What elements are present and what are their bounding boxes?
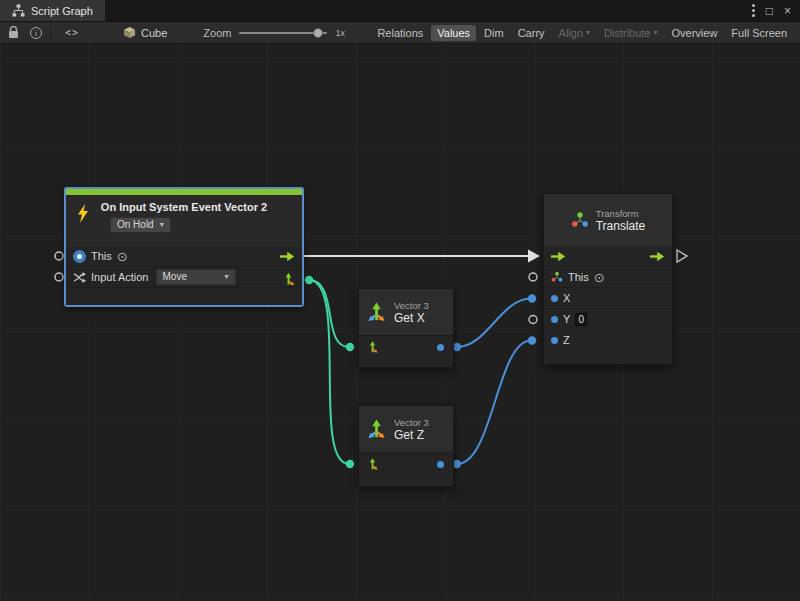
dim-button[interactable]: Dim xyxy=(478,25,510,41)
maximize-icon[interactable]: □ xyxy=(766,5,773,17)
input-action-value: Move xyxy=(163,271,187,283)
info-icon[interactable]: i xyxy=(30,27,42,39)
cube-icon xyxy=(123,26,136,39)
node-on-input-system-event[interactable]: On Input System Event Vector 2 On Hold ▾… xyxy=(65,188,303,306)
get-x-port-row xyxy=(359,335,453,359)
vector2-output-icon[interactable] xyxy=(281,272,296,287)
window-controls: □ × xyxy=(752,0,800,21)
transform-icon xyxy=(571,211,589,229)
node-type-label: Transform xyxy=(596,208,646,219)
code-preview-icon[interactable]: <> xyxy=(65,27,79,38)
align-label: Align xyxy=(559,27,583,39)
tab-bar: Script Graph □ × xyxy=(0,0,800,22)
tab-script-graph[interactable]: Script Graph xyxy=(0,0,105,21)
vector3-icon xyxy=(366,302,387,323)
graph-toolbar: i <> Cube Zoom 1x Relations Values Dim xyxy=(0,22,800,44)
zoom-slider-handle[interactable] xyxy=(313,28,323,38)
float-output-dot[interactable] xyxy=(437,461,444,468)
chevron-down-icon: ▾ xyxy=(654,28,658,37)
translate-x-row: X xyxy=(544,288,672,309)
node-title: Translate xyxy=(596,219,646,233)
input-action-row: Input Action Move ▾ xyxy=(66,267,302,288)
flow-output-arrow-icon[interactable] xyxy=(650,251,665,262)
distribute-button[interactable]: Distribute ▾ xyxy=(598,25,663,41)
tab-title: Script Graph xyxy=(31,5,93,17)
lock-icon[interactable] xyxy=(8,26,19,39)
zoom-slider[interactable] xyxy=(239,32,327,34)
node-title: On Input System Event Vector 2 xyxy=(66,195,302,213)
overview-button[interactable]: Overview xyxy=(666,25,724,41)
node-type-label: Vector 3 xyxy=(394,300,429,311)
port-translate-this-input[interactable] xyxy=(529,273,537,281)
input-action-label: Input Action xyxy=(91,271,149,283)
this-label: This xyxy=(568,271,589,283)
port-get-x-input[interactable] xyxy=(346,343,354,351)
this-port-row: This ⊙ xyxy=(66,246,302,267)
carry-button[interactable]: Carry xyxy=(512,25,551,41)
toolbar-buttons: Relations Values Dim Carry Align ▾ Distr… xyxy=(371,25,795,41)
get-z-footer xyxy=(359,476,453,486)
flow-row xyxy=(544,246,672,267)
port-event-this-input[interactable] xyxy=(55,252,63,260)
y-label: Y xyxy=(563,313,570,325)
relations-button[interactable]: Relations xyxy=(371,25,429,41)
input-action-dropdown[interactable]: Move ▾ xyxy=(156,269,236,285)
get-z-header: Vector 3 Get Z xyxy=(359,406,453,452)
float-wire-x[interactable] xyxy=(457,299,531,348)
port-translate-z-input[interactable] xyxy=(528,336,536,344)
chevron-down-icon: ▾ xyxy=(224,271,228,283)
node-get-x[interactable]: Vector 3 Get X xyxy=(358,288,454,368)
node-title: Get X xyxy=(394,311,429,325)
transform-mini-icon xyxy=(551,271,563,283)
graph-canvas[interactable]: On Input System Event Vector 2 On Hold ▾… xyxy=(0,44,800,601)
port-translate-y-input[interactable] xyxy=(529,316,537,324)
values-button[interactable]: Values xyxy=(431,25,476,41)
translate-y-row: Y 0 xyxy=(544,309,672,330)
node-title: Get Z xyxy=(394,428,429,442)
node-get-z[interactable]: Vector 3 Get Z xyxy=(358,405,454,487)
port-get-x-output[interactable] xyxy=(453,343,461,351)
flow-input-arrow-icon[interactable] xyxy=(551,251,566,262)
close-icon[interactable]: × xyxy=(784,5,791,17)
translate-footer xyxy=(544,351,672,364)
flow-wire-arrowhead xyxy=(528,250,540,263)
float-wire-z[interactable] xyxy=(457,341,531,465)
node-type-label: Vector 3 xyxy=(394,417,429,428)
node-translate[interactable]: Transform Translate xyxy=(543,193,673,365)
zoom-control: Zoom 1x xyxy=(203,27,345,39)
zoom-value: 1x xyxy=(335,28,345,38)
translate-header: Transform Translate xyxy=(544,194,672,246)
flow-output-arrow-icon[interactable] xyxy=(280,251,295,262)
get-x-header: Vector 3 Get X xyxy=(359,289,453,335)
port-translate-x-input[interactable] xyxy=(528,294,536,302)
graph-icon xyxy=(12,4,25,17)
event-mode-dropdown[interactable]: On Hold ▾ xyxy=(110,217,171,233)
chevron-down-icon: ▾ xyxy=(586,28,590,37)
object-picker-icon[interactable]: ⊙ xyxy=(594,271,605,284)
get-x-footer xyxy=(359,359,453,367)
flow-continuation-triangle-icon xyxy=(677,250,687,262)
z-label: Z xyxy=(563,334,570,346)
port-event-vector2-output[interactable] xyxy=(305,276,313,284)
script-graph-window: Script Graph □ × i <> Cub xyxy=(0,0,800,601)
vector3-icon xyxy=(366,419,387,440)
unity-object-icon xyxy=(73,250,86,263)
translate-z-row: Z xyxy=(544,330,672,351)
align-button[interactable]: Align ▾ xyxy=(553,25,596,41)
float-output-dot[interactable] xyxy=(437,344,444,351)
get-z-port-row xyxy=(359,452,453,476)
graph-target[interactable]: Cube xyxy=(123,26,167,39)
event-node-footer xyxy=(66,288,302,305)
fullscreen-button[interactable]: Full Screen xyxy=(725,25,793,41)
kebab-menu-icon[interactable] xyxy=(752,4,755,17)
float-type-dot xyxy=(551,316,558,323)
translate-this-row: This ⊙ xyxy=(544,267,672,288)
target-label: Cube xyxy=(141,27,167,39)
port-event-action-input[interactable] xyxy=(55,273,63,281)
port-get-z-output[interactable] xyxy=(453,460,461,468)
port-get-z-input[interactable] xyxy=(346,460,354,468)
object-picker-icon[interactable]: ⊙ xyxy=(117,250,128,263)
zoom-label: Zoom xyxy=(203,27,231,39)
y-value-input[interactable]: 0 xyxy=(575,313,587,326)
event-mode-value: On Hold xyxy=(117,219,154,231)
